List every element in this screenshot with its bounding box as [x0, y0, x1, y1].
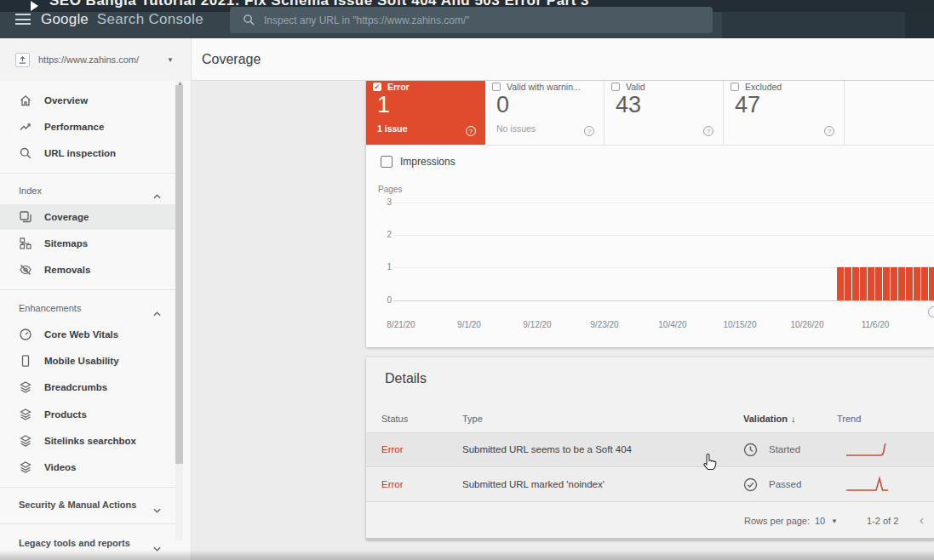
- help-icon[interactable]: ?: [824, 126, 834, 136]
- card-subtext: 1 issue: [377, 123, 408, 134]
- chevron-down-icon: [153, 501, 161, 517]
- column-header-trend[interactable]: Trend: [837, 414, 861, 424]
- sidebar-item-sitemaps[interactable]: Sitemaps: [0, 231, 175, 256]
- sidebar: Overview Performance URL inspection Inde…: [0, 81, 192, 560]
- table-row[interactable]: Error Submitted URL seems to be a Soft 4…: [366, 433, 934, 467]
- url-inspect-input[interactable]: [264, 14, 713, 26]
- sidebar-scrollbar-thumb[interactable]: [175, 85, 183, 464]
- card-value: 43: [616, 92, 641, 118]
- help-icon[interactable]: ?: [584, 126, 594, 136]
- x-axis-line: [393, 300, 934, 301]
- sidebar-item-label: Mobile Usability: [44, 356, 119, 366]
- phone-icon: [19, 354, 32, 368]
- gauge-icon: [19, 328, 32, 341]
- y-tick-label: 0: [373, 295, 392, 305]
- y-tick-label: 2: [373, 230, 392, 239]
- checkbox-unchecked-icon[interactable]: [731, 83, 739, 91]
- layers-icon: [19, 434, 32, 448]
- removals-icon: [19, 263, 32, 277]
- error-status-card[interactable]: ✓ Error 1 1 issue ?: [366, 81, 485, 145]
- sidebar-item-products[interactable]: Products: [0, 402, 175, 427]
- valid-card[interactable]: Valid 43 ?: [605, 81, 724, 145]
- sidebar-item-label: Coverage: [44, 212, 89, 222]
- app-logo[interactable]: Google Search Console: [41, 11, 203, 28]
- sidebar-item-label: Removals: [44, 265, 90, 275]
- x-tick-label: 8/21/20: [387, 320, 415, 329]
- logo-product-text: Search Console: [97, 11, 203, 27]
- error-bars-series[interactable]: [837, 267, 934, 300]
- sidebar-item-breadcrumbs[interactable]: Breadcrumbs: [0, 374, 175, 400]
- divider: [0, 523, 175, 524]
- help-icon[interactable]: ?: [703, 126, 713, 136]
- divider: [0, 487, 175, 488]
- help-icon[interactable]: ?: [466, 126, 476, 136]
- logo-google-text: Google: [41, 11, 89, 27]
- chevron-up-icon: [153, 187, 161, 203]
- card-value: 1: [377, 92, 390, 118]
- x-tick-label: 10/26/20: [791, 320, 824, 329]
- sidebar-item-label: Products: [44, 409, 87, 420]
- sidebar-item-label: Breadcrumbs: [44, 382, 107, 392]
- x-tick-label: 9/1/20: [457, 320, 481, 329]
- column-header-status[interactable]: Status: [381, 414, 408, 424]
- table-footer: Rows per page: 10 ▼ 1-2 of 2 ‹: [366, 502, 934, 540]
- chevron-up-icon: [153, 305, 161, 320]
- performance-icon: [19, 120, 32, 134]
- hamburger-menu-icon[interactable]: [15, 14, 31, 25]
- sidebar-item-core-web-vitals[interactable]: Core Web Vitals: [0, 322, 175, 347]
- home-icon: [19, 94, 32, 107]
- checkbox-unchecked-icon[interactable]: [492, 83, 501, 91]
- sidebar-item-videos[interactable]: Videos: [0, 454, 175, 480]
- x-tick-label: 9/12/20: [523, 320, 551, 329]
- validation-cell: Started: [769, 444, 800, 454]
- sidebar-item-url-inspection[interactable]: URL inspection: [0, 140, 175, 166]
- layers-icon: [19, 408, 32, 421]
- sidebar-item-performance[interactable]: Performance: [0, 114, 175, 140]
- column-header-validation[interactable]: Validation↓: [743, 414, 795, 424]
- sidebar-item-label: Overview: [44, 95, 88, 106]
- sidebar-item-overview[interactable]: Overview: [0, 88, 175, 113]
- sidebar-item-label: Videos: [44, 462, 77, 472]
- card-value: 0: [496, 92, 509, 118]
- chevron-down-icon: [153, 540, 161, 555]
- excluded-card[interactable]: Excluded 47 ?: [724, 81, 845, 145]
- type-cell: Submitted URL seems to be a Soft 404: [462, 444, 632, 454]
- url-inspect-searchbar[interactable]: [230, 7, 713, 33]
- card-value: 47: [735, 92, 760, 118]
- property-selector[interactable]: https://www.zahins.com/: [15, 38, 139, 81]
- trend-sparkline: [845, 476, 890, 498]
- checkbox-unchecked-icon[interactable]: [611, 83, 620, 91]
- sidebar-item-sitelinks-searchbox[interactable]: Sitelinks searchbox: [0, 428, 175, 454]
- trend-sparkline: [845, 441, 890, 463]
- column-header-type[interactable]: Type: [462, 414, 483, 424]
- checkbox-checked-icon[interactable]: ✓: [373, 83, 381, 91]
- section-label: Index: [19, 186, 42, 196]
- sidebar-item-coverage[interactable]: Coverage: [0, 204, 175, 230]
- scroll-up-arrow-icon[interactable]: ▲: [177, 80, 183, 86]
- rows-per-page-label: Rows per page:: [744, 516, 810, 526]
- divider: [366, 538, 934, 540]
- layers-icon: [19, 380, 32, 394]
- chevron-down-icon[interactable]: ▼: [831, 517, 838, 525]
- chevron-down-icon[interactable]: ▼: [167, 56, 174, 64]
- checkbox-unchecked-icon[interactable]: [381, 156, 393, 168]
- sidebar-section-enhancements[interactable]: Enhancements: [0, 299, 175, 317]
- sidebar-section-legacy-tools[interactable]: Legacy tools and reports: [0, 534, 175, 552]
- impressions-toggle[interactable]: Impressions: [381, 156, 456, 168]
- valid-with-warnings-card[interactable]: Valid with warnin... 0 No issues ?: [485, 81, 605, 145]
- rows-per-page-select[interactable]: 10: [815, 516, 825, 526]
- sidebar-section-security-manual-actions[interactable]: Security & Manual Actions: [0, 495, 175, 514]
- check-circle-icon: [743, 477, 758, 495]
- sidebar-section-index[interactable]: Index: [0, 181, 175, 200]
- sidebar-item-removals[interactable]: Removals: [0, 257, 175, 283]
- card-label: Valid: [626, 82, 645, 92]
- top-header-bar: SEO Bangla Tutorial 2021: Fix Schema Iss…: [0, 0, 934, 38]
- table-row[interactable]: Error Submitted URL marked 'noindex' Pas…: [366, 468, 934, 502]
- sidebar-item-mobile-usability[interactable]: Mobile Usability: [0, 348, 175, 374]
- help-icon[interactable]: [928, 306, 934, 317]
- previous-page-icon[interactable]: ‹: [920, 512, 924, 527]
- card-label: Excluded: [745, 82, 782, 92]
- section-label: Enhancements: [19, 303, 81, 313]
- app-window: SEO Bangla Tutorial 2021: Fix Schema Iss…: [0, 0, 934, 560]
- y-tick-label: 3: [373, 197, 392, 207]
